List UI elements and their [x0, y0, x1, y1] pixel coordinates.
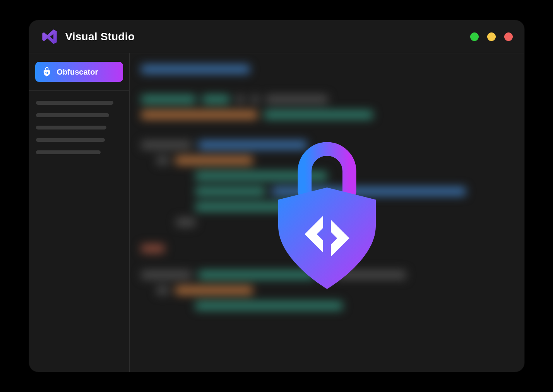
app-window: Visual Studio Obfuscator — [29, 20, 524, 372]
window-controls — [470, 32, 513, 41]
maximize-button[interactable] — [487, 32, 496, 41]
sidebar-top: Obfuscator — [29, 53, 129, 91]
close-button[interactable] — [504, 32, 513, 41]
sidebar-item-obfuscator[interactable]: Obfuscator — [35, 62, 123, 82]
blurred-code-background — [130, 53, 524, 372]
app-title: Visual Studio — [65, 31, 135, 43]
editor-area — [130, 53, 524, 372]
sidebar-placeholder-line — [36, 101, 114, 105]
sidebar: Obfuscator — [29, 53, 130, 372]
sidebar-placeholder-line — [36, 150, 101, 154]
sidebar-placeholder-line — [36, 113, 110, 117]
titlebar-left: Visual Studio — [41, 28, 135, 46]
sidebar-placeholder-line — [36, 138, 105, 142]
titlebar: Visual Studio — [29, 20, 524, 53]
minimize-button[interactable] — [470, 32, 479, 41]
sidebar-item-label: Obfuscator — [57, 68, 98, 77]
visual-studio-logo-icon — [41, 28, 58, 46]
sidebar-list — [29, 91, 129, 164]
sidebar-placeholder-line — [36, 126, 107, 130]
shield-lock-icon — [41, 66, 52, 77]
main-area: Obfuscator — [29, 53, 524, 372]
